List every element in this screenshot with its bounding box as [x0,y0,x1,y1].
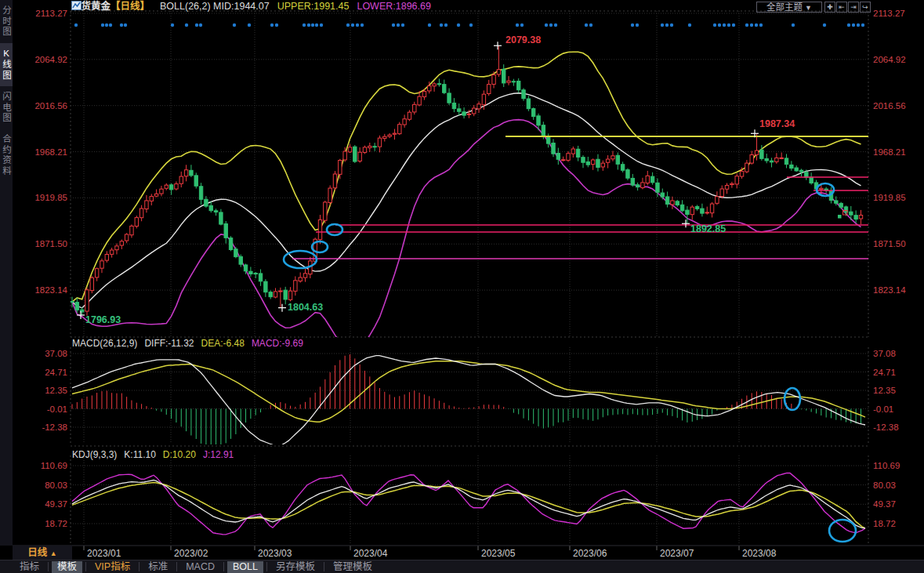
svg-text:110.69: 110.69 [873,461,900,470]
shrink-right-icon[interactable]: ⇥ [848,2,859,13]
svg-text:18.72: 18.72 [45,519,67,528]
kdj-j-readout: J:12.91 [203,449,234,460]
app-window: 2113.272113.272064.922064.922016.562016.… [0,0,924,573]
theme-dropdown-label: 全部主题 [766,2,803,12]
toolbar-item-macd[interactable]: MACD [180,561,220,573]
chart-header: 现货黄金【日线】BOLL(26,2) MID:1944.07UPPER:1991… [71,1,431,12]
macd-header: MACD(26,12,9)DIFF:-11.32DEA:-6.48MACD:-9… [72,339,303,349]
toolbar-item-boll[interactable]: BOLL [227,561,263,573]
toolbar-item-manage-template[interactable]: 管理模板 [328,561,378,573]
shrink-left-icon[interactable]: ⇤ [836,2,847,13]
grid-layer [13,11,924,550]
sidebar-item-contract-info[interactable]: 合约资料 [0,129,13,182]
sidebar-item-flash-chart[interactable]: 闪电图 [0,86,13,129]
svg-text:1823.14: 1823.14 [34,285,67,295]
svg-text:2016.56: 2016.56 [34,101,67,111]
macd-title: MACD(26,12,9) [72,338,137,349]
svg-text:12.35: 12.35 [873,386,896,395]
toolbar-item-save-template[interactable]: 另存模板 [270,561,321,573]
boll-mid-readout: BOLL(26,2) MID:1944.07 [160,1,270,12]
svg-text:-12.38: -12.38 [873,422,899,432]
svg-text:2023/04: 2023/04 [353,548,388,559]
period-selector-label: 日线 [27,547,47,558]
period-tag: 【日线】 [111,1,150,12]
svg-text:49.37: 49.37 [873,499,896,509]
sidebar-item-kline-chart[interactable]: K线图 [0,43,13,86]
toolbar-separator [266,562,267,571]
svg-text:-0.01: -0.01 [873,404,893,414]
boll-lower-readout: LOWER:1896.69 [357,1,431,12]
svg-text:1871.50: 1871.50 [34,239,67,248]
triangle-up-icon: ▲ [50,549,57,557]
toolbar-item-vip-indicators[interactable]: VIP指标 [89,561,136,573]
svg-text:1919.85: 1919.85 [873,193,906,202]
svg-text:2064.92: 2064.92 [873,55,906,64]
pop-out-icon[interactable]: ↪ [860,2,871,13]
svg-text:12.35: 12.35 [45,386,67,395]
svg-text:2079.38: 2079.38 [505,34,541,45]
svg-text:1823.14: 1823.14 [873,285,906,295]
svg-text:18.72: 18.72 [873,519,896,528]
svg-text:2023/01: 2023/01 [87,548,121,559]
toolbar-separator [85,562,86,571]
toolbar-item-templates[interactable]: 模板 [52,561,82,573]
kdj-k-readout: K:11.10 [124,449,155,460]
sidebar-item-time-chart[interactable]: 分时图 [0,0,13,43]
theme-dropdown[interactable]: 全部主题▼ [756,2,822,13]
svg-text:110.69: 110.69 [41,461,67,470]
svg-text:2016.56: 2016.56 [873,101,906,111]
toolbar-item-standard[interactable]: 标准 [143,561,173,573]
kdj-header: KDJ(9,3,3)K:11.10D:10.20J:12.91 [72,450,234,460]
svg-text:1871.50: 1871.50 [873,239,906,248]
svg-text:37.08: 37.08 [45,349,67,358]
svg-text:-12.38: -12.38 [42,422,67,432]
svg-text:1968.21: 1968.21 [873,147,906,157]
macd-macd-readout: MACD:-9.69 [252,338,303,349]
svg-text:-0.01: -0.01 [47,404,67,414]
svg-text:1804.63: 1804.63 [288,302,323,313]
svg-text:2023/06: 2023/06 [573,548,607,559]
svg-text:1796.93: 1796.93 [85,314,121,325]
svg-text:2023/02: 2023/02 [174,548,208,559]
svg-text:2023/03: 2023/03 [258,548,292,559]
svg-text:1892.85: 1892.85 [690,223,726,234]
bollinger-bands [72,52,861,350]
kdj-d-readout: D:10.20 [163,449,196,460]
svg-text:49.37: 49.37 [45,499,67,509]
kdj-title: KDJ(9,3,3) [72,449,117,460]
svg-text:1919.85: 1919.85 [34,193,67,202]
macd-panel [72,354,865,448]
kdj-panel [72,473,865,535]
svg-text:80.03: 80.03 [873,481,896,490]
toolbar-separator [176,562,177,571]
macd-diff-readout: DIFF:-11.32 [144,338,194,349]
svg-text:24.71: 24.71 [45,368,67,377]
svg-text:2113.27: 2113.27 [873,9,905,18]
chart-type-sidebar: 分时图 K线图 闪电图 合约资料 [0,0,13,546]
toolbar-separator [223,562,224,571]
svg-text:2023/08: 2023/08 [742,548,777,559]
svg-text:80.03: 80.03 [45,481,67,490]
toolbar-separator [139,562,140,571]
svg-text:2113.27: 2113.27 [35,9,67,18]
svg-text:2064.92: 2064.92 [34,55,67,64]
chart-canvas: 2113.272113.272064.922064.922016.562016.… [0,0,924,573]
chevron-down-icon: ▼ [805,4,812,12]
svg-text:1968.21: 1968.21 [34,147,67,157]
bottom-toolbar: 指标 模板 VIP指标 标准 MACD BOLL 另存模板 管理模板 [0,560,924,573]
candlestick-series [71,45,863,316]
toolbar-separator [48,562,49,571]
svg-text:24.71: 24.71 [873,368,896,377]
svg-text:2023/05: 2023/05 [481,548,516,559]
boll-upper-readout: UPPER:1991.45 [277,1,350,12]
macd-dea-readout: DEA:-6.48 [201,338,245,349]
toolbar-item-indicators[interactable]: 指标 [14,561,45,573]
event-dots [74,24,864,27]
svg-text:37.08: 37.08 [873,349,896,358]
period-selector[interactable]: 日线 ▲ [13,546,72,560]
svg-text:2023/07: 2023/07 [660,548,694,559]
svg-text:1987.34: 1987.34 [759,118,795,129]
x-axis-labels: 2023/012023/022023/032023/042023/052023/… [87,548,777,559]
toolbar-separator [324,562,324,571]
pan-icon[interactable]: ✚ [824,2,835,13]
